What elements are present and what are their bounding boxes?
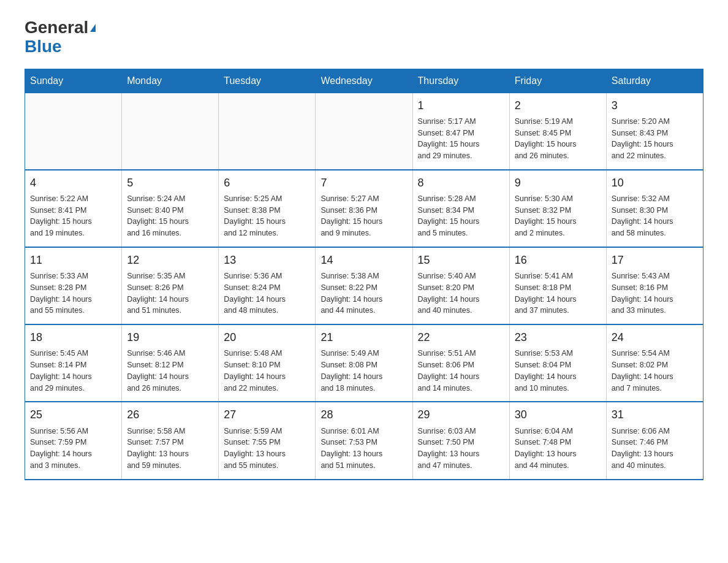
calendar-cell: 27Sunrise: 5:59 AMSunset: 7:55 PMDayligh… [219, 402, 316, 479]
day-info: Sunrise: 5:30 AMSunset: 8:32 PMDaylight:… [515, 193, 601, 239]
day-number: 4 [30, 175, 116, 191]
day-number: 8 [418, 175, 504, 191]
calendar-week-row: 4Sunrise: 5:22 AMSunset: 8:41 PMDaylight… [25, 170, 703, 247]
day-info: Sunrise: 5:40 AMSunset: 8:20 PMDaylight:… [418, 270, 504, 316]
weekday-header-sunday: Sunday [25, 69, 122, 93]
day-number: 1 [418, 98, 504, 113]
calendar-cell: 12Sunrise: 5:35 AMSunset: 8:26 PMDayligh… [122, 247, 219, 324]
day-info: Sunrise: 5:54 AMSunset: 8:02 PMDaylight:… [612, 348, 698, 394]
calendar-cell [219, 93, 316, 170]
day-number: 26 [127, 407, 213, 423]
day-number: 16 [515, 253, 601, 268]
calendar-cell: 26Sunrise: 5:58 AMSunset: 7:57 PMDayligh… [122, 402, 219, 479]
day-number: 31 [612, 407, 698, 423]
day-info: Sunrise: 5:32 AMSunset: 8:30 PMDaylight:… [612, 193, 698, 239]
calendar-cell: 25Sunrise: 5:56 AMSunset: 7:59 PMDayligh… [25, 402, 122, 479]
day-number: 15 [418, 253, 504, 268]
day-info: Sunrise: 6:06 AMSunset: 7:46 PMDaylight:… [612, 426, 698, 472]
calendar-week-row: 1Sunrise: 5:17 AMSunset: 8:47 PMDaylight… [25, 93, 703, 170]
day-info: Sunrise: 5:28 AMSunset: 8:34 PMDaylight:… [418, 193, 504, 239]
day-number: 18 [30, 330, 116, 345]
logo: GeneralBlue [25, 18, 96, 56]
day-info: Sunrise: 5:51 AMSunset: 8:06 PMDaylight:… [418, 348, 504, 394]
day-info: Sunrise: 5:59 AMSunset: 7:55 PMDaylight:… [224, 426, 310, 472]
day-number: 12 [127, 253, 213, 268]
day-number: 7 [320, 175, 407, 191]
day-number: 10 [612, 175, 698, 191]
day-number: 6 [224, 175, 310, 191]
calendar-cell: 10Sunrise: 5:32 AMSunset: 8:30 PMDayligh… [606, 170, 703, 247]
calendar-cell: 18Sunrise: 5:45 AMSunset: 8:14 PMDayligh… [25, 324, 122, 402]
calendar-cell: 15Sunrise: 5:40 AMSunset: 8:20 PMDayligh… [412, 247, 509, 324]
weekday-header-tuesday: Tuesday [219, 69, 316, 93]
calendar-cell: 4Sunrise: 5:22 AMSunset: 8:41 PMDaylight… [25, 170, 122, 247]
calendar-cell: 22Sunrise: 5:51 AMSunset: 8:06 PMDayligh… [412, 324, 509, 402]
calendar-cell: 13Sunrise: 5:36 AMSunset: 8:24 PMDayligh… [219, 247, 316, 324]
day-info: Sunrise: 5:36 AMSunset: 8:24 PMDaylight:… [224, 270, 310, 316]
day-info: Sunrise: 5:27 AMSunset: 8:36 PMDaylight:… [320, 193, 407, 239]
calendar-cell: 7Sunrise: 5:27 AMSunset: 8:36 PMDaylight… [316, 170, 412, 247]
day-info: Sunrise: 5:48 AMSunset: 8:10 PMDaylight:… [224, 348, 310, 394]
day-number: 29 [418, 407, 504, 423]
logo-text: GeneralBlue [25, 18, 96, 56]
day-number: 9 [515, 175, 601, 191]
day-number: 30 [515, 407, 601, 423]
calendar-cell: 31Sunrise: 6:06 AMSunset: 7:46 PMDayligh… [606, 402, 703, 479]
calendar-cell: 8Sunrise: 5:28 AMSunset: 8:34 PMDaylight… [412, 170, 509, 247]
calendar-cell: 14Sunrise: 5:38 AMSunset: 8:22 PMDayligh… [316, 247, 412, 324]
day-number: 19 [127, 330, 213, 345]
calendar-cell [25, 93, 122, 170]
weekday-header-row: SundayMondayTuesdayWednesdayThursdayFrid… [25, 69, 703, 93]
calendar-cell: 19Sunrise: 5:46 AMSunset: 8:12 PMDayligh… [122, 324, 219, 402]
day-info: Sunrise: 5:33 AMSunset: 8:28 PMDaylight:… [30, 270, 116, 316]
calendar-week-row: 18Sunrise: 5:45 AMSunset: 8:14 PMDayligh… [25, 324, 703, 402]
day-info: Sunrise: 5:41 AMSunset: 8:18 PMDaylight:… [515, 270, 601, 316]
day-info: Sunrise: 5:35 AMSunset: 8:26 PMDaylight:… [127, 270, 213, 316]
weekday-header-wednesday: Wednesday [316, 69, 412, 93]
weekday-header-thursday: Thursday [412, 69, 509, 93]
day-info: Sunrise: 5:46 AMSunset: 8:12 PMDaylight:… [127, 348, 213, 394]
calendar-week-row: 11Sunrise: 5:33 AMSunset: 8:28 PMDayligh… [25, 247, 703, 324]
day-info: Sunrise: 6:01 AMSunset: 7:53 PMDaylight:… [320, 426, 407, 472]
weekday-header-monday: Monday [122, 69, 219, 93]
calendar-cell: 24Sunrise: 5:54 AMSunset: 8:02 PMDayligh… [606, 324, 703, 402]
calendar-cell: 29Sunrise: 6:03 AMSunset: 7:50 PMDayligh… [412, 402, 509, 479]
calendar-cell: 21Sunrise: 5:49 AMSunset: 8:08 PMDayligh… [316, 324, 412, 402]
day-info: Sunrise: 5:17 AMSunset: 8:47 PMDaylight:… [418, 116, 504, 162]
calendar-cell: 3Sunrise: 5:20 AMSunset: 8:43 PMDaylight… [606, 93, 703, 170]
calendar-cell: 23Sunrise: 5:53 AMSunset: 8:04 PMDayligh… [509, 324, 606, 402]
day-info: Sunrise: 5:24 AMSunset: 8:40 PMDaylight:… [127, 193, 213, 239]
weekday-header-friday: Friday [509, 69, 606, 93]
day-number: 22 [418, 330, 504, 345]
day-info: Sunrise: 5:53 AMSunset: 8:04 PMDaylight:… [515, 348, 601, 394]
calendar-cell: 5Sunrise: 5:24 AMSunset: 8:40 PMDaylight… [122, 170, 219, 247]
day-info: Sunrise: 5:43 AMSunset: 8:16 PMDaylight:… [612, 270, 698, 316]
day-number: 23 [515, 330, 601, 345]
calendar-cell [316, 93, 412, 170]
day-info: Sunrise: 5:58 AMSunset: 7:57 PMDaylight:… [127, 426, 213, 472]
weekday-header-saturday: Saturday [606, 69, 703, 93]
day-info: Sunrise: 5:22 AMSunset: 8:41 PMDaylight:… [30, 193, 116, 239]
day-info: Sunrise: 6:03 AMSunset: 7:50 PMDaylight:… [418, 426, 504, 472]
calendar-cell: 16Sunrise: 5:41 AMSunset: 8:18 PMDayligh… [509, 247, 606, 324]
day-number: 24 [612, 330, 698, 345]
calendar-cell: 17Sunrise: 5:43 AMSunset: 8:16 PMDayligh… [606, 247, 703, 324]
page-header: GeneralBlue [25, 18, 703, 56]
day-info: Sunrise: 5:56 AMSunset: 7:59 PMDaylight:… [30, 426, 116, 472]
day-info: Sunrise: 5:20 AMSunset: 8:43 PMDaylight:… [612, 116, 698, 162]
day-info: Sunrise: 6:04 AMSunset: 7:48 PMDaylight:… [515, 426, 601, 472]
day-info: Sunrise: 5:45 AMSunset: 8:14 PMDaylight:… [30, 348, 116, 394]
day-info: Sunrise: 5:25 AMSunset: 8:38 PMDaylight:… [224, 193, 310, 239]
day-number: 25 [30, 407, 116, 423]
calendar-cell: 1Sunrise: 5:17 AMSunset: 8:47 PMDaylight… [412, 93, 509, 170]
calendar-cell: 2Sunrise: 5:19 AMSunset: 8:45 PMDaylight… [509, 93, 606, 170]
day-number: 21 [320, 330, 407, 345]
calendar-cell [122, 93, 219, 170]
day-number: 27 [224, 407, 310, 423]
day-info: Sunrise: 5:19 AMSunset: 8:45 PMDaylight:… [515, 116, 601, 162]
calendar-week-row: 25Sunrise: 5:56 AMSunset: 7:59 PMDayligh… [25, 402, 703, 479]
day-number: 28 [320, 407, 407, 423]
day-number: 13 [224, 253, 310, 268]
calendar-cell: 11Sunrise: 5:33 AMSunset: 8:28 PMDayligh… [25, 247, 122, 324]
calendar-table: SundayMondayTuesdayWednesdayThursdayFrid… [25, 69, 703, 480]
